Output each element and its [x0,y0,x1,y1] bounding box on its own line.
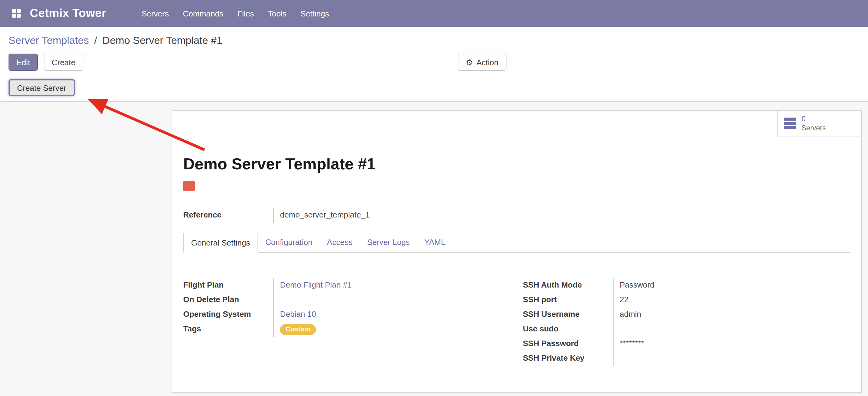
content-area: 0 Servers Demo Server Template #1 Refere… [0,102,868,396]
operating-system-value: Debian 10 [273,308,511,322]
sheet-body: Demo Server Template #1 Reference demo_s… [172,137,861,378]
ssh-password-label: SSH Password [523,337,613,351]
operating-system-link[interactable]: Debian 10 [280,310,316,319]
servers-stat-button[interactable]: 0 Servers [777,111,861,137]
apps-grid-square [17,14,21,18]
breadcrumb-parent-link[interactable]: Server Templates [8,35,89,46]
use-sudo-label: Use sudo [523,322,613,337]
reference-value: demo_server_template_1 [273,208,517,223]
ssh-auth-mode-label: SSH Auth Mode [523,278,613,293]
field-tags: Tags Custom [183,322,511,337]
tag-custom: Custom [280,324,316,335]
tab-server-logs[interactable]: Server Logs [360,233,417,253]
tab-access[interactable]: Access [319,233,360,253]
ssh-username-label: SSH Username [523,308,613,322]
servers-count: 0 [802,114,826,123]
apps-grid-square [17,9,21,13]
field-ssh-password: SSH Password ******** [523,337,850,351]
field-on-delete-plan: On Delete Plan [183,293,511,308]
reference-label: Reference [183,208,273,223]
on-delete-plan-value [273,293,511,308]
field-ssh-private-key: SSH Private Key [523,351,850,366]
field-reference: Reference demo_server_template_1 [183,208,517,223]
nav-menu: Servers Commands Files Tools Settings [140,6,330,21]
ssh-private-key-value [613,351,850,366]
apps-grid-icon[interactable] [8,5,24,21]
top-navbar: Cetmix Tower Servers Commands Files Tool… [0,0,868,27]
left-field-group: Flight Plan Demo Flight Plan #1 On Delet… [183,278,511,366]
nav-item-commands[interactable]: Commands [182,6,225,21]
color-swatch [183,181,195,191]
record-title: Demo Server Template #1 [183,155,850,173]
servers-icon [784,118,796,129]
nav-item-files[interactable]: Files [236,6,255,21]
general-settings-form: Flight Plan Demo Flight Plan #1 On Delet… [183,278,850,366]
ssh-port-value: 22 [613,293,850,308]
tab-configuration[interactable]: Configuration [258,233,320,253]
create-button[interactable]: Create [44,54,83,71]
field-use-sudo: Use sudo [523,322,850,337]
tab-yaml[interactable]: YAML [417,233,453,253]
right-field-group: SSH Auth Mode Password SSH port 22 SSH U… [523,278,850,366]
breadcrumb-separator: / [94,35,97,46]
tags-label: Tags [183,322,273,337]
ssh-private-key-label: SSH Private Key [523,351,613,366]
tags-value: Custom [273,322,511,337]
gear-icon: ⚙ [466,58,473,66]
field-operating-system: Operating System Debian 10 [183,308,511,322]
ssh-password-value: ******** [613,337,850,351]
tab-general-settings[interactable]: General Settings [183,233,258,253]
servers-count-label: Servers [802,123,826,133]
servers-stat-text: 0 Servers [802,114,826,133]
notebook-tabs: General Settings Configuration Access Se… [183,233,850,253]
use-sudo-value [613,322,850,337]
field-ssh-username: SSH Username admin [523,308,850,322]
field-ssh-auth-mode: SSH Auth Mode Password [523,278,850,293]
action-menu-button[interactable]: ⚙ Action [458,54,506,71]
app-viewport: Cetmix Tower Servers Commands Files Tool… [0,0,868,396]
flight-plan-label: Flight Plan [183,278,273,293]
flight-plan-value: Demo Flight Plan #1 [273,278,511,293]
action-button-row: Edit Create ⚙ Action [0,54,868,71]
nav-item-tools[interactable]: Tools [267,6,288,21]
brand-title[interactable]: Cetmix Tower [30,7,106,20]
ssh-port-label: SSH port [523,293,613,308]
breadcrumb: Server Templates / Demo Server Template … [0,27,868,48]
nav-item-settings[interactable]: Settings [299,6,330,21]
stat-button-box: 0 Servers [172,111,861,137]
edit-button[interactable]: Edit [8,54,38,71]
flight-plan-link[interactable]: Demo Flight Plan #1 [280,280,352,289]
apps-grid-square [12,14,16,18]
control-panel: Server Templates / Demo Server Template … [0,27,868,102]
field-ssh-port: SSH port 22 [523,293,850,308]
apps-grid-square [12,9,16,13]
ssh-username-value: admin [613,308,850,322]
record-sheet: 0 Servers Demo Server Template #1 Refere… [172,110,862,393]
breadcrumb-current: Demo Server Template #1 [102,35,222,46]
action-menu-label: Action [476,58,498,67]
create-server-row: Create Server [0,79,868,101]
operating-system-label: Operating System [183,308,273,322]
on-delete-plan-label: On Delete Plan [183,293,273,308]
ssh-auth-mode-value: Password [613,278,850,293]
create-server-button[interactable]: Create Server [8,79,75,96]
field-flight-plan: Flight Plan Demo Flight Plan #1 [183,278,511,293]
nav-item-servers[interactable]: Servers [140,6,170,21]
